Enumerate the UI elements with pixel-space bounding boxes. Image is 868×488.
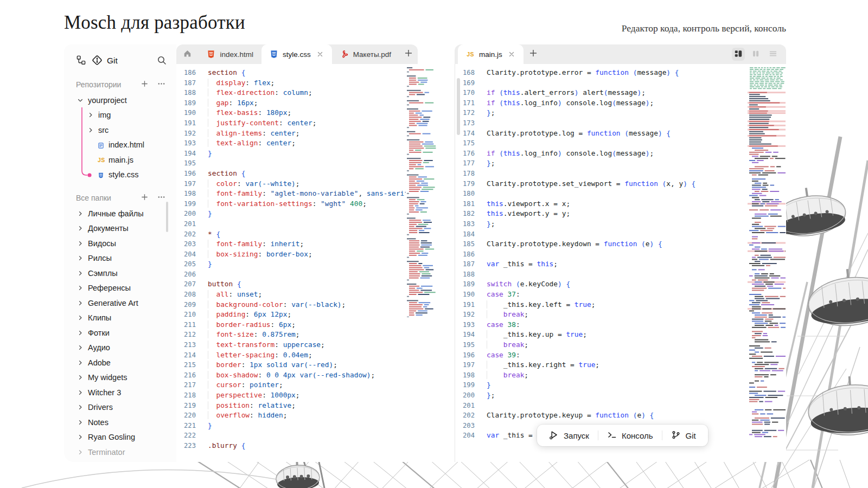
code-line[interactable]: 195 break; — [455, 340, 786, 350]
editor-scrollbar[interactable] — [457, 78, 460, 135]
code-line[interactable]: 212 font-size: 0.875rem; — [176, 330, 455, 340]
code-line[interactable]: 191 _this.key.left = true; — [455, 300, 786, 310]
code-line[interactable]: 182this.viewport.y = y; — [455, 209, 786, 219]
code-line[interactable]: 217 cursor: pointer; — [176, 380, 455, 390]
tree-item-yourproject[interactable]: yourproject — [64, 93, 176, 108]
code-line[interactable]: 218 perspective: 1000px; — [176, 390, 455, 401]
code-line[interactable]: 220 overflow: hidden; — [176, 410, 455, 421]
code-line[interactable]: 213 text-transform: uppercase; — [176, 340, 455, 350]
code-line[interactable]: 193case 38: — [455, 320, 786, 330]
folder-item-Сэмплы[interactable]: Сэмплы — [64, 266, 176, 281]
repo-menu-button[interactable] — [157, 80, 165, 89]
home-button[interactable] — [176, 44, 199, 64]
code-line[interactable]: 189switch (e.keyCode) { — [455, 279, 786, 290]
tree-item-style.css[interactable]: style.css — [64, 168, 176, 183]
code-line[interactable]: 221} — [176, 421, 455, 431]
js-minimap[interactable] — [748, 66, 786, 439]
tab-main.js[interactable]: JSmain.js — [458, 44, 524, 64]
graph-view-button[interactable] — [76, 55, 86, 67]
code-line[interactable]: 170if (this.alert_errors) alert(message)… — [455, 88, 786, 98]
folder-item-Референсы[interactable]: Референсы — [64, 281, 176, 296]
code-line[interactable]: 194 _this.key.up = true; — [455, 330, 786, 340]
code-line[interactable]: 198 break; — [455, 370, 786, 381]
folder-item-Рилсы[interactable]: Рилсы — [64, 251, 176, 266]
layout-rows-toggle[interactable] — [767, 48, 780, 61]
new-tab-button[interactable] — [524, 44, 543, 64]
code-line[interactable]: 172}; — [455, 108, 786, 118]
tab-index.html[interactable]: index.html — [199, 44, 261, 64]
code-line[interactable]: 187var _this = this; — [455, 259, 786, 269]
folder-item-My widgets[interactable]: My widgets — [64, 370, 176, 386]
search-button[interactable] — [157, 55, 167, 67]
code-line[interactable]: 168Clarity.prototype.error = function (m… — [455, 68, 786, 78]
folder-item-Adobe[interactable]: Adobe — [64, 355, 176, 370]
folder-item-Видосы[interactable]: Видосы — [64, 236, 176, 251]
layout-columns-toggle[interactable] — [749, 48, 762, 61]
git-panel-button[interactable] — [91, 54, 103, 68]
folder-item-Клипы[interactable]: Клипы — [64, 311, 176, 326]
code-line[interactable]: 186 — [455, 249, 786, 260]
chevron-right-icon — [77, 314, 84, 321]
console-button[interactable]: Консоль — [598, 425, 662, 446]
add-repo-button[interactable] — [141, 80, 149, 89]
folder-item-Личные файлы[interactable]: Личные файлы — [64, 206, 176, 221]
code-line[interactable]: 185Clarity.prototype.keydown = function … — [455, 239, 786, 249]
code-line[interactable]: 179Clarity.prototype.set_viewport = func… — [455, 179, 786, 189]
folder-item-Witcher 3[interactable]: Witcher 3 — [64, 385, 176, 400]
folder-item-Terminator[interactable]: Terminator — [64, 445, 176, 460]
folder-item-Фотки[interactable]: Фотки — [64, 325, 176, 341]
layout-split-toggle[interactable] — [732, 48, 745, 61]
folder-item-Документы[interactable]: Документы — [64, 221, 176, 236]
code-line[interactable]: 211 border-radius: 6px; — [176, 320, 455, 330]
code-line[interactable]: 219 position: relative; — [176, 401, 455, 411]
git-button[interactable]: Git — [662, 425, 705, 446]
code-line[interactable]: 197 _this.key.right = true; — [455, 360, 786, 370]
tab-Макеты.pdf[interactable]: Макеты.pdf — [332, 44, 399, 64]
sidebar-scrollbar[interactable] — [166, 202, 168, 232]
tab-style.css[interactable]: style.css — [261, 44, 332, 64]
code-line[interactable]: 215 border: 1px solid var(--red); — [176, 360, 455, 370]
run-button[interactable]: Запуск — [540, 425, 598, 446]
code-line[interactable]: 216 box-shadow: 0 0 4px var(--red-shadow… — [176, 370, 455, 381]
code-line[interactable]: 192 break; — [455, 310, 786, 320]
code-line[interactable]: 178 — [455, 169, 786, 179]
line-number: 201 — [455, 401, 475, 411]
css-minimap[interactable] — [406, 66, 452, 317]
tree-item-src[interactable]: src — [64, 123, 176, 138]
folders-menu-button[interactable] — [157, 193, 165, 203]
code-line[interactable]: 177}; — [455, 158, 786, 169]
code-line[interactable]: 199} — [455, 380, 786, 390]
code-line[interactable]: 196case 39: — [455, 350, 786, 361]
code-line[interactable]: 202Clarity.prototype.keyup = function (e… — [455, 410, 786, 421]
close-tab-icon[interactable] — [316, 50, 324, 58]
code-line[interactable]: 184 — [455, 229, 786, 240]
code-line[interactable]: 171if (this.log_info) console.log(messag… — [455, 98, 786, 108]
code-line[interactable]: 200}; — [455, 390, 786, 401]
code-line[interactable]: 175 — [455, 138, 786, 149]
tree-item-index.html[interactable]: index.html — [64, 138, 176, 153]
folder-item-Аудио[interactable]: Аудио — [64, 341, 176, 356]
new-tab-button[interactable] — [399, 44, 418, 64]
folder-item-Generative Art[interactable]: Generative Art — [64, 296, 176, 311]
code-line[interactable]: 180 — [455, 189, 786, 199]
folder-item-Ryan Gosling[interactable]: Ryan Gosling — [64, 430, 176, 445]
folder-item-Notes[interactable]: Notes — [64, 415, 176, 430]
js-code-area[interactable]: 168Clarity.prototype.error = function (m… — [455, 64, 786, 462]
code-line[interactable]: 223.blurry { — [176, 441, 455, 451]
code-line[interactable]: 176if (this.log_info) console.log(messag… — [455, 149, 786, 159]
code-line[interactable]: 183}; — [455, 219, 786, 229]
code-line[interactable]: 173 — [455, 118, 786, 129]
code-line[interactable]: 181this.viewport.x = x; — [455, 199, 786, 209]
close-tab-icon[interactable] — [508, 50, 515, 58]
add-folder-button[interactable] — [141, 193, 149, 203]
code-line[interactable]: 169 — [455, 78, 786, 88]
code-line[interactable]: 188 — [455, 269, 786, 280]
folder-item-Drivers[interactable]: Drivers — [64, 400, 176, 415]
code-line[interactable]: 174Clarity.prototype.log = function (mes… — [455, 129, 786, 139]
code-line[interactable]: 222 — [176, 431, 455, 441]
tree-item-img[interactable]: img — [64, 108, 176, 123]
code-line[interactable]: 201 — [455, 401, 786, 411]
code-line[interactable]: 190case 37: — [455, 290, 786, 300]
tree-item-main.js[interactable]: JSmain.js — [64, 152, 176, 168]
code-line[interactable]: 214 letter-spacing: 0.04em; — [176, 350, 455, 361]
